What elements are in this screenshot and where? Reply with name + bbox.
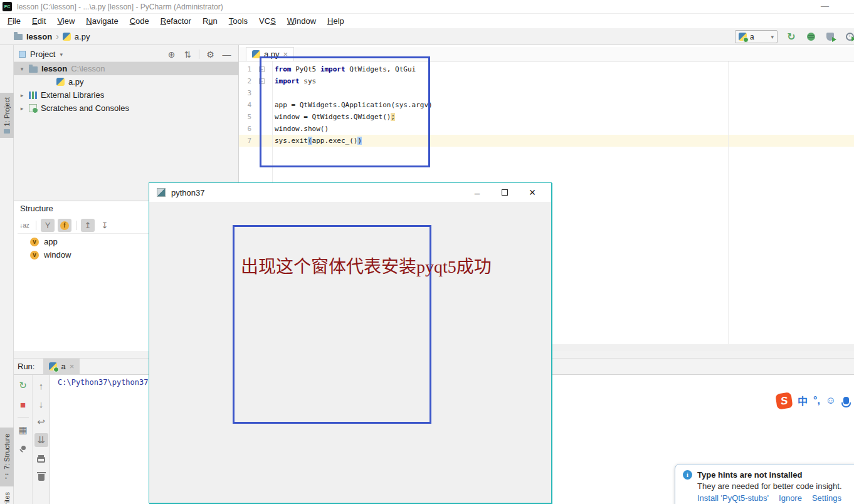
pyqt-minimize-button[interactable]: –	[463, 183, 491, 202]
pyqt-maximize-button[interactable]	[491, 183, 519, 202]
breadcrumb-chevron-icon: ›	[56, 31, 59, 41]
menu-help[interactable]: Help	[322, 14, 350, 28]
notification-link-settings[interactable]: Settings	[812, 493, 841, 503]
punctuation-icon[interactable]: °,	[813, 395, 820, 406]
print-icon[interactable]	[34, 451, 48, 465]
line-number: 4	[239, 99, 251, 111]
line-number: 2	[239, 75, 251, 87]
pin-icon[interactable]	[16, 442, 30, 456]
rerun-icon[interactable]: ↻	[16, 379, 30, 392]
stripe-structure-label: 7: Structure	[3, 434, 11, 470]
notification-body: They are needed for better code insight.	[697, 481, 854, 491]
close-tab-icon[interactable]: ×	[70, 364, 75, 370]
run-configuration-select[interactable]: a ▾	[735, 30, 778, 43]
python-run-icon	[739, 33, 747, 41]
profiler-action[interactable]	[843, 31, 854, 43]
stripe-tab-favorites[interactable]: 2: Favorites ★	[0, 488, 14, 504]
menu-tools[interactable]: Tools	[223, 14, 253, 28]
annotation-text: 出现这个窗体代表安装pyqt5成功	[241, 253, 492, 278]
notification-link-ignore[interactable]: Ignore	[779, 493, 802, 503]
settings-gear-icon[interactable]: ⚙	[205, 50, 216, 60]
locate-icon[interactable]: ⊕	[166, 50, 177, 60]
show-fields-icon[interactable]: f	[58, 219, 71, 232]
run-configuration-label: a	[750, 33, 754, 41]
info-icon: i	[683, 470, 692, 480]
title-bar[interactable]: PC lesson [C:\lesson] - ...\a.py [lesson…	[0, 0, 854, 14]
stripe-tab-structure[interactable]: 7: Structure ▪▪▪	[0, 428, 14, 486]
emoji-icon[interactable]: ☺	[826, 395, 836, 406]
structure-item-label: window	[44, 250, 71, 260]
menu-edit[interactable]: Edit	[26, 14, 51, 28]
menu-bar: FileEditViewNavigateCodeRefactorRunTools…	[0, 14, 854, 28]
scroll-to-end-icon[interactable]: ⇊	[34, 433, 48, 447]
project-panel-title[interactable]: Project	[30, 50, 55, 59]
menu-run[interactable]: Run	[197, 14, 223, 28]
tree-item-lesson[interactable]: ▾lessonC:\lesson	[14, 62, 238, 75]
menu-navigate[interactable]: Navigate	[80, 14, 124, 28]
rerun-action[interactable]: ↻	[785, 31, 798, 43]
clear-console-icon	[38, 474, 45, 481]
soft-wrap-icon[interactable]: ↩	[34, 415, 48, 429]
run-panel-label: Run:	[18, 362, 34, 371]
up-stack-trace-icon[interactable]: ↑	[34, 379, 48, 392]
window-minimize-button[interactable]: —	[817, 0, 833, 14]
chevron-icon[interactable]: ▸	[19, 92, 25, 98]
pycharm-window: PC lesson [C:\lesson] - ...\a.py [lesson…	[0, 0, 854, 504]
breadcrumb-file[interactable]: a.py	[75, 32, 90, 41]
menu-view[interactable]: View	[51, 14, 80, 28]
structure-icon: ▪▪▪	[5, 473, 9, 480]
run-with-coverage-action[interactable]	[824, 31, 836, 43]
folder-icon	[4, 129, 10, 134]
show-fields-icon-badge: f	[60, 221, 69, 230]
line-number: 1	[239, 63, 251, 75]
collapse-all-icon[interactable]: ↧	[98, 219, 112, 232]
python-file-icon	[63, 33, 71, 41]
tree-label: a.py	[68, 77, 84, 87]
sogou-logo[interactable]: S	[775, 392, 793, 409]
tree-item-external-libraries[interactable]: ▸External Libraries	[14, 88, 238, 102]
menu-file[interactable]: File	[2, 14, 26, 28]
project-tree: ▾lessonC:\lessona.py▸External Libraries▸…	[14, 62, 238, 115]
right-margin-guide	[728, 61, 729, 344]
sort-alphabetically-icon[interactable]: ↓az	[18, 219, 31, 232]
chevron-icon[interactable]: ▾	[19, 66, 25, 72]
pycharm-logo-icon: PC	[3, 2, 12, 11]
menu-vcs[interactable]: VCS	[253, 14, 282, 28]
project-panel: Project ▾ ⊕⇅⚙— ▾lessonC:\lessona.py▸Exte…	[14, 45, 238, 201]
breadcrumb-project[interactable]: lesson	[26, 32, 52, 41]
notification-title: Type hints are not installed	[697, 470, 802, 480]
pyqt-window-controls: – ×	[463, 183, 546, 202]
visibility-filter-icon[interactable]: Y	[41, 219, 55, 232]
restore-layout-icon[interactable]: ▦	[16, 423, 30, 437]
separator	[76, 221, 76, 230]
line-number: 5	[239, 111, 251, 123]
scratch-icon	[29, 104, 37, 112]
collapse-all-icon[interactable]: ⇅	[182, 50, 193, 60]
run-tab-a[interactable]: a ×	[43, 359, 80, 375]
menu-code[interactable]: Code	[124, 14, 155, 28]
coverage-icon	[826, 33, 834, 41]
down-stack-trace-icon[interactable]: ↓	[34, 397, 48, 411]
pyqt-close-button[interactable]: ×	[519, 183, 546, 202]
debug-action[interactable]	[804, 31, 817, 43]
chevron-down-icon: ▾	[60, 51, 63, 58]
tree-label: lesson	[41, 64, 67, 73]
menu-refactor[interactable]: Refactor	[155, 14, 197, 28]
expand-all-icon[interactable]: ↥	[81, 219, 95, 232]
stripe-favorites-label: 2: Favorites	[3, 492, 11, 504]
stop-icon[interactable]: ■	[16, 397, 30, 411]
stripe-project-label: 1: Project	[3, 97, 11, 126]
pin-icon	[19, 445, 27, 453]
microphone-icon[interactable]	[843, 397, 849, 404]
hide-panel-icon[interactable]: —	[221, 50, 232, 60]
stripe-tab-project[interactable]: 1: Project	[0, 93, 14, 138]
menu-window[interactable]: Window	[282, 14, 322, 28]
chevron-icon[interactable]: ▸	[19, 105, 25, 112]
run-console-toolbar: ↑↓↩⇊	[33, 375, 50, 504]
folder-icon	[29, 66, 38, 73]
notification-link-install-pyqt5-stubs[interactable]: Install 'PyQt5-stubs'	[697, 493, 769, 503]
tree-item-a-py[interactable]: a.py	[14, 75, 238, 88]
clear-console-icon[interactable]	[34, 470, 48, 483]
tree-item-scratches-and-consoles[interactable]: ▸Scratches and Consoles	[14, 102, 238, 115]
chinese-mode-icon[interactable]: 中	[798, 393, 808, 408]
